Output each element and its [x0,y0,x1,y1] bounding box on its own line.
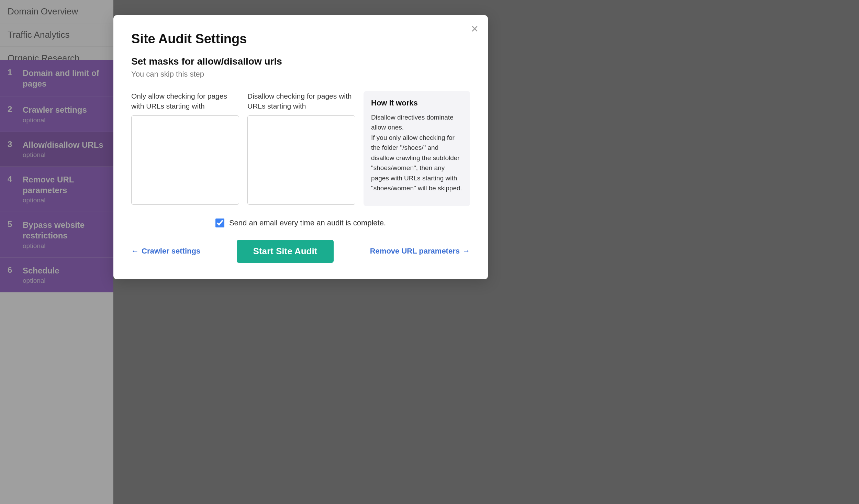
email-checkbox[interactable] [215,219,224,227]
start-audit-button[interactable]: Start Site Audit [237,240,334,263]
allow-column: Only allow checking for pages with URLs … [131,91,239,206]
modal-title: Site Audit Settings [131,32,470,46]
columns-area: Only allow checking for pages with URLs … [131,91,470,206]
next-button[interactable]: Remove URL parameters → [370,247,470,256]
back-label: Crawler settings [142,247,200,256]
next-arrow-icon: → [462,247,470,256]
skip-text: You can skip this step [131,70,470,79]
info-box-text: Disallow directives dominate allow ones.… [371,112,462,193]
disallow-column: Disallow checking for pages with URLs st… [247,91,355,206]
email-label: Send an email every time an audit is com… [229,219,386,227]
disallow-urls-input[interactable] [247,115,355,205]
allow-urls-input[interactable] [131,115,239,205]
modal-close-button[interactable]: × [471,23,478,35]
section-title: Set masks for allow/disallow urls [131,56,470,67]
back-button[interactable]: ← Crawler settings [131,247,200,256]
next-label: Remove URL parameters [370,247,460,256]
modal: × Site Audit Settings Set masks for allo… [113,15,488,279]
disallow-label: Disallow checking for pages with URLs st… [247,91,355,111]
email-row: Send an email every time an audit is com… [131,219,470,227]
back-arrow-icon: ← [131,247,139,256]
allow-label: Only allow checking for pages with URLs … [131,91,239,111]
info-box: How it works Disallow directives dominat… [364,91,470,206]
footer-nav: ← Crawler settings Start Site Audit Remo… [131,240,470,263]
info-box-title: How it works [371,99,462,108]
